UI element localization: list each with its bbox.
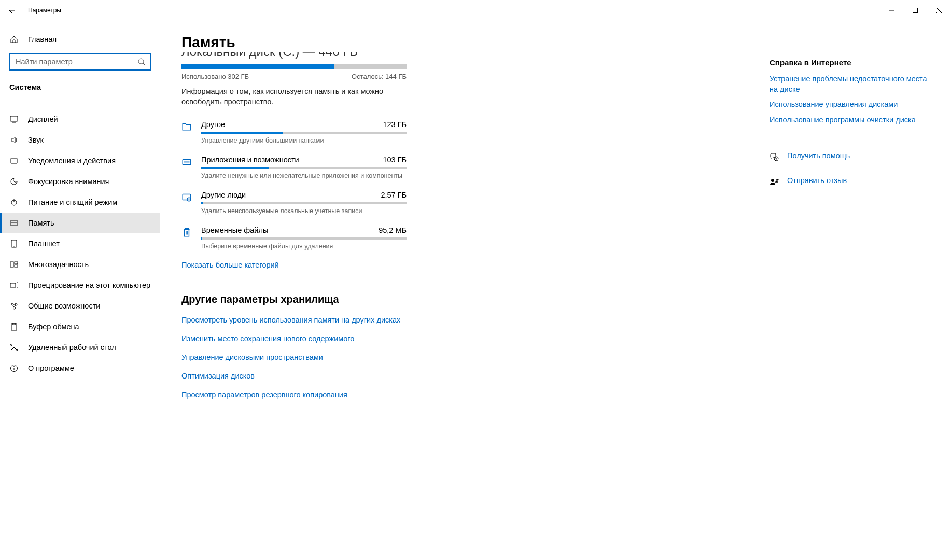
home-label: Главная <box>28 35 57 44</box>
svg-point-28 <box>13 366 14 367</box>
category-size: 95,2 МБ <box>379 226 407 234</box>
sidebar-item-label: О программе <box>28 364 74 372</box>
category-desc: Выберите временные файлы для удаления <box>201 243 407 250</box>
help-title: Справка в Интернете <box>770 58 932 67</box>
svg-rect-8 <box>11 158 17 163</box>
disk-header: Локальный диск (C:) — 446 ГБ <box>181 52 744 61</box>
help-icon: ? <box>770 153 779 164</box>
feedback-row[interactable]: Отправить отзыв <box>770 176 932 191</box>
storage-more-link[interactable]: Управление дисковыми пространствами <box>181 353 744 361</box>
category-bar <box>201 167 407 169</box>
svg-point-14 <box>13 246 14 246</box>
category-title: Другие люди <box>201 191 246 199</box>
feedback-link[interactable]: Отправить отзыв <box>787 176 847 186</box>
category-title: Приложения и возможности <box>201 156 299 164</box>
help-web-link[interactable]: Использование управления дисками <box>770 100 932 110</box>
project-icon <box>9 281 19 289</box>
other-storage-heading: Другие параметры хранилища <box>181 293 744 305</box>
sidebar-item-tablet[interactable]: Планшет <box>0 233 160 254</box>
sidebar-item-clipboard[interactable]: Буфер обмена <box>0 316 160 337</box>
home-icon <box>9 35 19 44</box>
search-input-wrap[interactable] <box>9 53 151 71</box>
category-title: Другое <box>201 120 225 129</box>
sidebar-item-notifications[interactable]: Уведомления и действия <box>0 150 160 171</box>
category-bar <box>201 202 407 204</box>
svg-rect-6 <box>10 116 18 121</box>
shared-icon <box>9 302 19 310</box>
sidebar-item-label: Питание и спящий режим <box>28 198 117 206</box>
storage-more-link[interactable]: Просмотреть уровень использования памяти… <box>181 316 744 324</box>
tablet-icon <box>9 240 19 248</box>
titlebar: Параметры <box>0 0 951 21</box>
sidebar-item-label: Буфер обмена <box>28 323 79 331</box>
svg-point-37 <box>771 179 774 182</box>
sidebar-item-multitask[interactable]: Многозадачность <box>0 254 160 275</box>
sidebar-item-power[interactable]: Питание и спящий режим <box>0 192 160 213</box>
sidebar-item-label: Планшет <box>28 240 60 248</box>
svg-rect-32 <box>183 194 191 200</box>
window-title: Параметры <box>28 7 61 14</box>
feedback-icon <box>770 178 779 189</box>
sidebar-item-label: Уведомления и действия <box>28 157 116 165</box>
sidebar-item-label: Удаленный рабочий стол <box>28 343 116 352</box>
svg-point-19 <box>11 303 13 305</box>
search-input[interactable] <box>16 58 137 66</box>
sidebar-item-focus[interactable]: Фокусировка внимания <box>0 171 160 192</box>
home-nav[interactable]: Главная <box>0 31 160 48</box>
category-size: 123 ГБ <box>383 120 407 129</box>
minimize-button[interactable] <box>879 2 903 19</box>
sidebar-item-label: Память <box>28 219 54 227</box>
close-button[interactable] <box>927 2 951 19</box>
multitask-icon <box>9 260 19 269</box>
about-icon <box>9 364 19 372</box>
show-more-categories-link[interactable]: Показать больше категорий <box>181 261 279 269</box>
sidebar-item-storage[interactable]: Память <box>0 213 160 233</box>
remote-icon <box>9 343 19 352</box>
svg-rect-18 <box>10 283 16 287</box>
sidebar-item-label: Фокусировка внимания <box>28 177 109 186</box>
sidebar-item-sound[interactable]: Звук <box>0 130 160 150</box>
help-web-link[interactable]: Устранение проблемы недостаточного места… <box>770 74 932 94</box>
sidebar-item-remote[interactable]: Удаленный рабочий стол <box>0 337 160 358</box>
sidebar-item-shared[interactable]: Общие возможности <box>0 296 160 316</box>
storage-more-link[interactable]: Изменить место сохранения нового содержи… <box>181 334 744 343</box>
sidebar-item-label: Многозадачность <box>28 260 89 269</box>
storage-info-text: Информация о том, как используется памят… <box>181 87 420 107</box>
svg-point-33 <box>187 198 191 201</box>
storage-category-row[interactable]: Временные файлы95,2 МБ Выберите временны… <box>181 222 407 257</box>
storage-category-row[interactable]: Другие люди2,57 ГБ Удалить неиспользуемы… <box>181 187 407 222</box>
apps-icon <box>181 157 193 179</box>
get-help-row[interactable]: ? Получить помощь <box>770 151 932 166</box>
category-size: 2,57 ГБ <box>381 191 407 199</box>
used-label: Использовано 302 ГБ <box>181 73 249 80</box>
category-size: 103 ГБ <box>383 156 407 164</box>
svg-point-21 <box>13 307 16 309</box>
page-title: Память <box>181 34 744 51</box>
sidebar-item-project[interactable]: Проецирование на этот компьютер <box>0 275 160 296</box>
back-button[interactable] <box>7 6 16 15</box>
svg-point-34 <box>188 198 189 199</box>
main-content: Память Локальный диск (C:) — 446 ГБ Испо… <box>161 21 764 560</box>
storage-category-row[interactable]: Приложения и возможности103 ГБ Удалите н… <box>181 151 407 187</box>
search-icon <box>137 58 146 66</box>
help-web-link[interactable]: Использование программы очистки диска <box>770 115 932 125</box>
free-label: Осталось: 144 ГБ <box>352 73 407 80</box>
sidebar-item-about[interactable]: О программе <box>0 358 160 379</box>
category-desc: Удалите ненужные или нежелательные прило… <box>201 172 407 179</box>
sidebar: Главная Система ДисплейЗвукУведомления и… <box>0 21 161 560</box>
maximize-button[interactable] <box>903 2 927 19</box>
sidebar-item-label: Дисплей <box>28 115 58 123</box>
storage-category-row[interactable]: Другое123 ГБ Управление другими большими… <box>181 116 407 151</box>
storage-more-link[interactable]: Оптимизация дисков <box>181 372 744 380</box>
svg-line-5 <box>143 63 145 65</box>
sidebar-item-display[interactable]: Дисплей <box>0 109 160 130</box>
category-title: Временные файлы <box>201 226 268 234</box>
storage-more-link[interactable]: Просмотр параметров резервного копирован… <box>181 390 744 399</box>
svg-rect-1 <box>913 8 918 13</box>
sidebar-item-label: Звук <box>28 136 44 144</box>
get-help-link[interactable]: Получить помощь <box>787 151 850 161</box>
category-desc: Управление другими большими папками <box>201 137 407 144</box>
svg-rect-16 <box>15 262 18 264</box>
sidebar-item-label: Общие возможности <box>28 302 100 310</box>
storage-icon <box>9 219 19 227</box>
